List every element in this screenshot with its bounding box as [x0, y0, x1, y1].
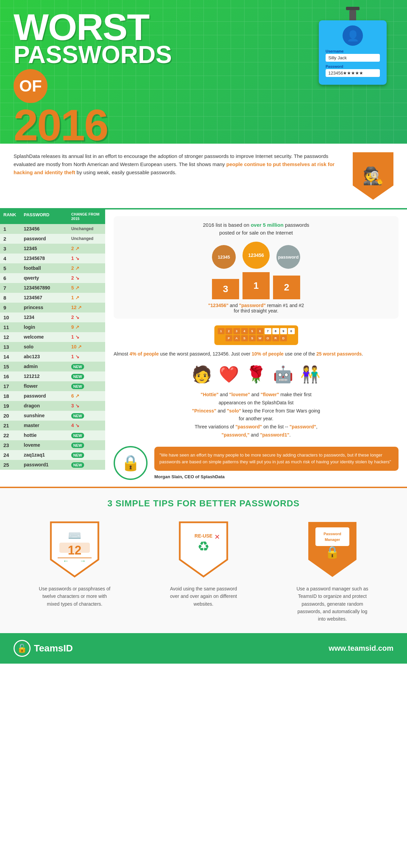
hacker-icon: 🕵️ — [353, 152, 393, 200]
password-table: RANK PASSWORD CHANGE FROM 2015 1 123456 … — [0, 209, 105, 487]
pwd-9: princess — [24, 305, 71, 310]
change-25: NEW — [71, 462, 109, 467]
table-row: 21 master 4 ↘ — [0, 421, 105, 430]
svg-text:🔒: 🔒 — [325, 545, 340, 559]
podium-block-3: 3 — [212, 279, 239, 299]
rank-20: 20 — [3, 413, 24, 419]
change-7: 5 ↗ — [71, 285, 109, 290]
stats-bold1: 4% of people — [130, 351, 159, 357]
stats-bold2: 10% of people — [252, 351, 284, 357]
intro-text: SplashData releases its annual list in a… — [14, 152, 346, 177]
table-row: 14 abc123 1 ↘ — [0, 352, 105, 362]
password-label: Password — [326, 64, 380, 68]
rank-6: 6 — [3, 275, 24, 281]
rank-3: 3 — [3, 246, 24, 251]
badge-container: 👤 Username Silly Jack Password 123456★★★… — [319, 7, 387, 85]
pwd-23: loveme — [24, 442, 71, 448]
change-3: 2 ↗ — [71, 246, 109, 251]
rank-23: 23 — [3, 442, 24, 448]
key-6: 6 — [257, 328, 264, 334]
change-20: NEW — [71, 413, 109, 418]
table-row: 24 zaq1zaq1 NEW — [0, 450, 105, 460]
table-row: 25 password1 NEW — [0, 460, 105, 470]
quote-text: "We have seen an effort by many people t… — [159, 452, 391, 465]
password-value: 123456★★★★★ — [326, 69, 380, 77]
change-11: 9 ↗ — [71, 324, 109, 330]
avatar: 👤 — [343, 25, 363, 46]
table-row: 1 123456 Unchanged — [0, 224, 105, 234]
pwd-19: dragon — [24, 403, 71, 408]
medal-circle-3: 12345 — [212, 245, 236, 269]
medal2-text: password — [278, 255, 299, 260]
key-a: A — [233, 335, 240, 341]
change-12: 1 ↘ — [71, 334, 109, 340]
change-22: NEW — [71, 432, 109, 438]
key-p: P — [226, 335, 232, 341]
robot-icon: 🤖 — [273, 365, 293, 384]
key-3: 3 — [233, 328, 240, 334]
tip-1: ⌨️ 12 ← → Use passwords or passphrases o… — [14, 519, 136, 623]
change-1: Unchanged — [71, 226, 109, 231]
table-row: 11 login 9 ↗ — [0, 322, 105, 332]
podium-text1: 2016 list is based on — [203, 222, 251, 228]
rank-11: 11 — [3, 324, 24, 330]
change-6: 2 ↘ — [71, 275, 109, 281]
pwd-20: sunshine — [24, 413, 71, 418]
pwd-22: hottie — [24, 432, 71, 438]
pwd-3: 12345 — [24, 246, 71, 251]
pwd-12: welcome — [24, 334, 71, 340]
medal1-text: 123456 — [248, 253, 264, 258]
change-13: 10 ↗ — [71, 344, 109, 349]
main-content: RANK PASSWORD CHANGE FROM 2015 1 123456 … — [0, 209, 407, 487]
svg-text:✕: ✕ — [214, 533, 220, 541]
podium-block-2: 2 — [273, 276, 300, 299]
table-row: 10 1234 2 ↘ — [0, 312, 105, 322]
quote-section: 🔒 "We have seen an effort by many people… — [114, 446, 399, 480]
medal-1st: 123456 — [243, 242, 270, 270]
pwd-14: abc123 — [24, 354, 71, 359]
svg-rect-9 — [315, 527, 349, 546]
change-2: Unchanged — [71, 236, 109, 241]
podium-block-1: 1 — [243, 272, 270, 299]
rank-5: 5 — [3, 265, 24, 271]
hacker-shield: 🕵️ — [353, 152, 393, 200]
table-row: 19 dragon 3 ↘ — [0, 401, 105, 411]
rank-17: 17 — [3, 383, 24, 389]
rank-24: 24 — [3, 452, 24, 458]
remain-strong: "123456" — [208, 303, 229, 308]
table-row: 8 1234567 1 ↗ — [0, 293, 105, 303]
podium-section: 2016 list is based on over 5 million pas… — [114, 216, 399, 319]
pwd-24: zaq1zaq1 — [24, 452, 71, 458]
table-header: RANK PASSWORD CHANGE FROM 2015 — [0, 209, 105, 224]
key-9: 9 — [280, 328, 287, 334]
change-10: 2 ↘ — [71, 315, 109, 320]
rank-8: 8 — [3, 295, 24, 301]
svg-text:♻: ♻ — [197, 539, 210, 554]
tip3-shield-icon: Password Manager 🔒 — [305, 519, 360, 580]
username-label: Username — [326, 49, 380, 53]
intro-body: SplashData releases its annual list in a… — [14, 153, 334, 175]
rank-1: 1 — [3, 226, 24, 232]
pwd-6: qwerty — [24, 275, 71, 281]
pwd-17: flower — [24, 383, 71, 389]
badge-clip-top — [346, 7, 360, 10]
stats-text: Almost 4% of people use the worst passwo… — [114, 350, 399, 358]
heart-icon: ❤️ — [219, 365, 239, 384]
tip2-text: Avoid using the same password over and o… — [166, 585, 241, 608]
rank-7: 7 — [3, 285, 24, 291]
table-row: 18 password 6 ↗ — [0, 391, 105, 401]
pwd-4: 12345678 — [24, 256, 71, 261]
intro-section: SplashData releases its annual list in a… — [0, 144, 407, 209]
key-o: O — [265, 335, 271, 341]
change-14: 1 ↘ — [71, 354, 109, 359]
kb-row-1: 1 2 3 4 5 6 7 8 9 0 — [218, 328, 295, 334]
svg-text:→: → — [80, 558, 86, 564]
footer-logo-text: TeamsID — [34, 643, 73, 654]
right-panel: 2016 list is based on over 5 million pas… — [105, 209, 407, 487]
rank-13: 13 — [3, 344, 24, 350]
key-r: R — [272, 335, 279, 341]
medal-circle-2: password — [276, 245, 300, 269]
svg-text:←: ← — [63, 558, 69, 564]
rank-14: 14 — [3, 354, 24, 360]
rank-12: 12 — [3, 334, 24, 340]
